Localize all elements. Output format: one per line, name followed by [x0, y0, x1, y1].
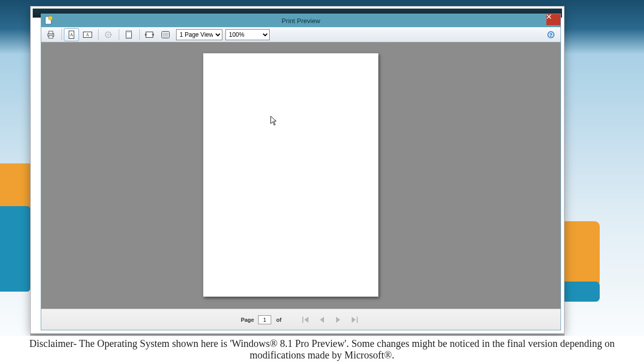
svg-rect-14 — [126, 37, 132, 38]
separator — [61, 29, 62, 40]
of-label: of — [276, 317, 281, 323]
print-button[interactable] — [43, 28, 58, 41]
portrait-icon: A — [67, 30, 75, 39]
page-label: Page — [241, 317, 254, 323]
last-page-icon — [350, 315, 359, 324]
prev-page-button[interactable] — [316, 314, 328, 326]
toolbar: A A — [41, 27, 560, 42]
page-view-select[interactable]: 1 Page View — [176, 29, 222, 40]
svg-rect-4 — [49, 36, 53, 38]
printer-icon — [46, 30, 55, 39]
zoom-select[interactable]: 100% — [225, 29, 270, 40]
next-page-button[interactable] — [332, 314, 344, 326]
app-icon — [44, 16, 53, 25]
close-button[interactable] — [546, 14, 560, 25]
svg-text:A: A — [70, 32, 73, 37]
full-page-icon — [161, 31, 170, 39]
bg-shape — [0, 206, 30, 292]
landscape-icon: A — [83, 31, 93, 39]
svg-point-1 — [48, 16, 52, 20]
svg-rect-19 — [163, 32, 169, 37]
landscape-button[interactable]: A — [80, 28, 95, 41]
full-width-button[interactable] — [158, 28, 173, 41]
svg-point-5 — [52, 34, 53, 35]
svg-text:A: A — [86, 33, 89, 37]
svg-rect-24 — [357, 317, 358, 323]
parent-window: Print Preview — [30, 6, 565, 334]
shrink-to-fit-button[interactable] — [142, 28, 157, 41]
page-setup-button[interactable] — [101, 28, 116, 41]
print-preview-window: Print Preview — [41, 14, 561, 330]
last-page-button[interactable] — [348, 314, 360, 326]
next-page-icon — [334, 315, 343, 324]
headers-footers-icon — [125, 30, 133, 39]
disclaimer-text: Disclaimer- The Operating System shown h… — [0, 336, 644, 362]
first-page-button[interactable] — [300, 314, 312, 326]
separator — [98, 29, 99, 40]
separator — [119, 29, 119, 40]
headers-footers-button[interactable] — [121, 28, 136, 41]
svg-text:?: ? — [550, 32, 552, 38]
fit-width-icon — [144, 31, 154, 39]
portrait-button[interactable]: A — [64, 28, 79, 41]
page-number-input[interactable] — [258, 315, 271, 324]
gear-icon — [104, 31, 112, 39]
page-preview — [203, 53, 378, 297]
page-nav: Page of — [41, 309, 560, 330]
separator — [139, 29, 140, 40]
svg-rect-13 — [126, 31, 132, 32]
first-page-icon — [301, 315, 310, 324]
prev-page-icon — [317, 315, 327, 324]
window-title: Print Preview — [41, 17, 560, 25]
titlebar[interactable]: Print Preview — [41, 14, 560, 27]
preview-area[interactable] — [41, 42, 560, 309]
svg-rect-15 — [146, 32, 153, 37]
svg-point-11 — [107, 34, 109, 36]
help-button[interactable]: ? — [545, 29, 556, 40]
svg-rect-23 — [302, 317, 303, 323]
svg-rect-3 — [49, 31, 53, 34]
close-icon — [546, 14, 560, 19]
help-icon: ? — [547, 31, 555, 39]
